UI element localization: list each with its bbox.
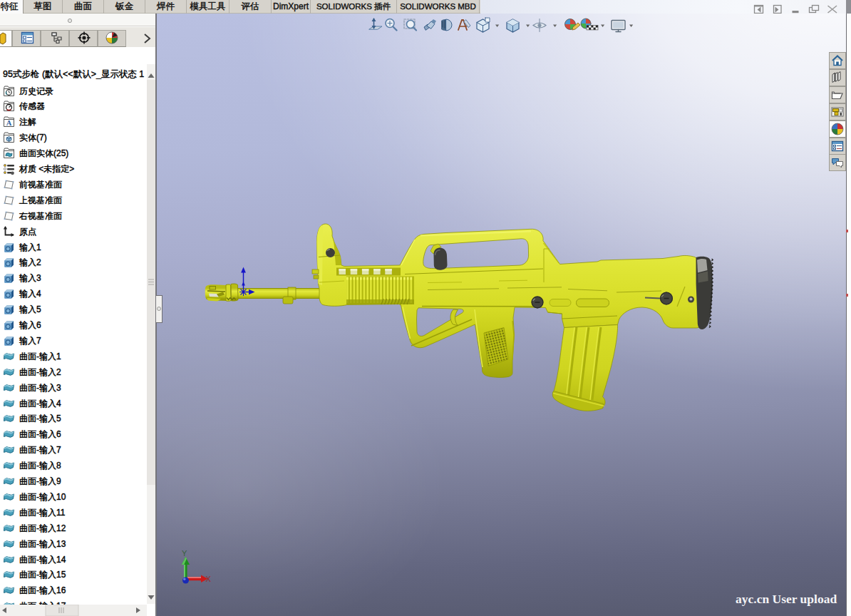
svg-text:Y: Y — [182, 549, 187, 558]
svg-text:X: X — [206, 575, 212, 583]
